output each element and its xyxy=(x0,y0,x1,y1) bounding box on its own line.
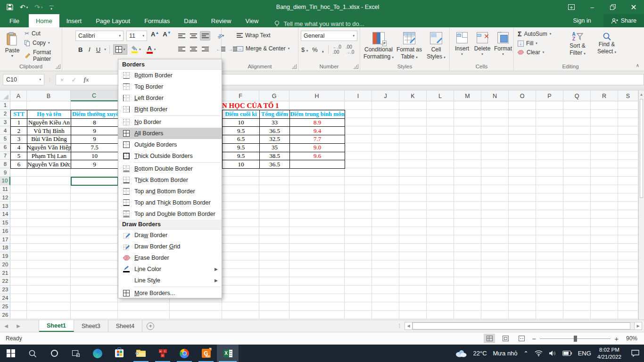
row-header-16[interactable]: 16 xyxy=(0,227,10,235)
borders-button[interactable]: ▾ xyxy=(113,44,128,55)
row-header-3[interactable]: 3 xyxy=(0,118,10,127)
column-header-f[interactable]: F xyxy=(222,90,259,101)
tray-temperature[interactable]: 22°C xyxy=(473,350,487,357)
menu-item-outside-borders[interactable]: Outside Borders xyxy=(118,139,222,150)
comma-style-button[interactable]: , xyxy=(322,46,324,53)
menu-item-more-borders[interactable]: More Borders... xyxy=(118,288,222,299)
accounting-format-button[interactable]: $ ▾ xyxy=(301,46,308,53)
next-sheet-arrow[interactable]: ▶ xyxy=(12,320,25,332)
column-header-s[interactable]: S xyxy=(618,90,638,101)
grow-font-button[interactable]: A▲ xyxy=(151,31,159,38)
align-right-button[interactable] xyxy=(200,44,210,54)
row-header-5[interactable]: 5 xyxy=(0,135,10,143)
accounting-dropdown-icon[interactable]: ▾ xyxy=(306,49,308,52)
edge-button[interactable] xyxy=(87,345,108,362)
prev-sheet-arrow[interactable]: ◀ xyxy=(0,320,12,332)
column-header-r[interactable]: R xyxy=(591,90,618,101)
column-header-k[interactable]: K xyxy=(399,90,427,101)
tray-weather-text[interactable]: Mưa nhỏ xyxy=(493,350,518,357)
menu-item-draw-border-grid[interactable]: Draw Border Grid xyxy=(118,241,222,252)
font-size-combo[interactable]: 11▾ xyxy=(126,31,147,41)
row-header-15[interactable]: 15 xyxy=(0,219,10,227)
menu-item-no-border[interactable]: No Border xyxy=(118,116,222,128)
row-header-10[interactable]: 10 xyxy=(0,177,10,185)
number-dialog-launcher[interactable] xyxy=(354,64,358,69)
row-header-12[interactable]: 12 xyxy=(0,193,10,202)
column-header-q[interactable]: Q xyxy=(563,90,591,101)
tab-home[interactable]: Home xyxy=(29,14,59,27)
menu-item-erase-border[interactable]: Erase Border xyxy=(118,252,222,263)
enter-button[interactable]: ✓ xyxy=(68,74,80,85)
format-as-table-button[interactable]: Format as Table ▾ xyxy=(395,29,423,60)
row-header-19[interactable]: 19 xyxy=(0,252,10,261)
menu-item-right-border[interactable]: Right Border xyxy=(118,104,222,115)
row-header-8[interactable]: 8 xyxy=(0,160,10,168)
share-button[interactable]: Share xyxy=(603,14,644,27)
font-color-button[interactable]: A ▾ xyxy=(145,44,158,55)
column-header-i[interactable]: I xyxy=(345,90,372,101)
undo-dropdown-icon[interactable]: ▾ xyxy=(26,6,28,9)
decrease-decimal-button[interactable]: .00→.0 xyxy=(346,44,354,55)
tab-review[interactable]: Review xyxy=(204,14,239,27)
bottom-align-button[interactable] xyxy=(200,31,210,41)
align-left-button[interactable] xyxy=(176,44,187,54)
find-select-button[interactable]: Find & Select ▾ xyxy=(593,29,620,55)
vertical-scrollbar[interactable]: ▲ xyxy=(638,90,644,320)
autosum-dropdown-icon[interactable]: ▾ xyxy=(550,32,552,36)
restore-button[interactable] xyxy=(603,0,623,14)
redo-dropdown-icon[interactable]: ▾ xyxy=(41,6,43,9)
copy-dropdown-icon[interactable]: ▾ xyxy=(48,41,50,45)
column-header-j[interactable]: J xyxy=(372,90,399,101)
action-center-icon[interactable] xyxy=(631,350,639,357)
horizontal-scroll-track[interactable] xyxy=(413,322,634,330)
scroll-left-arrow[interactable]: ◀ xyxy=(405,322,413,330)
undo-button[interactable]: ↶▾ xyxy=(20,4,28,10)
column-header-b[interactable]: B xyxy=(27,90,71,101)
column-header-p[interactable]: P xyxy=(536,90,563,101)
fill-dropdown-icon[interactable]: ▾ xyxy=(536,41,537,45)
delete-cells-dropdown-icon[interactable]: ▾ xyxy=(481,52,483,57)
excel-taskbar-button[interactable]: X xyxy=(217,345,239,362)
row-header-6[interactable]: 6 xyxy=(0,143,10,152)
menu-item-bottom-border[interactable]: Bottom Border xyxy=(118,70,222,81)
start-button[interactable] xyxy=(0,345,22,362)
column-header-o[interactable]: O xyxy=(509,90,536,101)
clear-dropdown-icon[interactable]: ▾ xyxy=(543,50,545,54)
conditional-formatting-button[interactable]: ≠ Conditional Formatting ▾ xyxy=(363,29,394,60)
font-family-dropdown-icon[interactable]: ▾ xyxy=(119,34,121,38)
formula-bar-splitter[interactable]: ⋮ xyxy=(47,77,53,83)
zoom-in-button[interactable]: + xyxy=(614,335,619,343)
number-format-dropdown-icon[interactable]: ▾ xyxy=(353,34,355,38)
horizontal-scroll-thumb[interactable] xyxy=(413,322,630,329)
copy-button[interactable]: Copy▾ xyxy=(25,40,62,46)
save-icon[interactable] xyxy=(7,4,13,10)
row-header-18[interactable]: 18 xyxy=(0,244,10,252)
tab-data[interactable]: Data xyxy=(177,14,204,27)
format-cells-button[interactable]: ↔ Format ▾ xyxy=(493,29,513,57)
row-header-21[interactable]: 21 xyxy=(0,269,10,277)
delete-cells-button[interactable]: ✕ Delete ▾ xyxy=(472,29,492,57)
column-header-g[interactable]: G xyxy=(259,90,289,101)
row-header-25[interactable]: 25 xyxy=(0,302,10,311)
menu-item-line-style[interactable]: Line Style▶ xyxy=(118,275,222,286)
column-header-n[interactable]: N xyxy=(481,90,509,101)
new-sheet-button[interactable]: + xyxy=(142,320,158,332)
weather-cloud-icon[interactable] xyxy=(455,349,467,357)
horizontal-scrollbar[interactable]: ⁞ ◀ ▶ xyxy=(398,320,644,332)
merge-center-dropdown-icon[interactable]: ▾ xyxy=(288,47,290,50)
clipboard-dialog-launcher[interactable] xyxy=(56,64,60,69)
sheet-tab-sheet4[interactable]: Sheet4 xyxy=(108,320,143,332)
paste-button[interactable]: Paste ▼ xyxy=(2,29,23,58)
menu-item-line-color[interactable]: Line Color▶ xyxy=(118,263,222,275)
row-header-14[interactable]: 14 xyxy=(0,210,10,219)
menu-item-top-border[interactable]: Top Border xyxy=(118,81,222,92)
menu-item-top-and-bottom-border[interactable]: Top and Bottom Border xyxy=(118,186,222,197)
center-button[interactable] xyxy=(188,44,198,54)
menu-item-bottom-double-border[interactable]: Bottom Double Border xyxy=(118,163,222,174)
row-header-2[interactable]: 2 xyxy=(0,110,10,118)
scroll-right-arrow[interactable]: ▶ xyxy=(634,322,642,330)
zoom-level[interactable]: 90% xyxy=(622,335,637,342)
fill-color-dropdown-icon[interactable]: ▾ xyxy=(139,48,141,51)
borders-dropdown-icon[interactable]: ▾ xyxy=(124,48,125,51)
middle-align-button[interactable] xyxy=(188,31,198,41)
